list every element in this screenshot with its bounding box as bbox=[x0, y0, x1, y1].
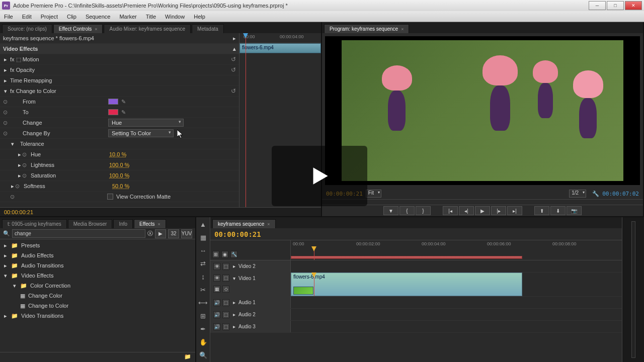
resolution-dropdown[interactable]: 1/2 bbox=[569, 190, 586, 198]
view-matte-checkbox[interactable] bbox=[107, 194, 113, 200]
speaker-icon[interactable]: 🔊 bbox=[213, 311, 220, 318]
from-swatch[interactable] bbox=[108, 99, 118, 105]
effect-time-remapping[interactable]: ▸ Time Remapping bbox=[0, 75, 239, 86]
folder-audio-transitions[interactable]: ▸📁Audio Transitions bbox=[0, 260, 195, 270]
menu-help[interactable]: Help bbox=[194, 14, 205, 20]
tab-timeline-sequence[interactable]: keyframes sequence× bbox=[212, 219, 276, 228]
zoom-tool[interactable]: 🔍 bbox=[198, 350, 208, 360]
mark-in-button[interactable]: ▼ bbox=[383, 206, 398, 215]
razor-tool[interactable]: ✂ bbox=[198, 285, 208, 295]
marker-icon[interactable]: ◉ bbox=[221, 251, 228, 258]
eyedropper-icon[interactable]: ✎ bbox=[121, 109, 126, 116]
timeline-ruler[interactable]: 00:00 00:00:02:00 00:00:04:00 00:00:06:0… bbox=[291, 240, 622, 260]
menu-marker[interactable]: Marker bbox=[119, 14, 136, 20]
menu-window[interactable]: Window bbox=[165, 14, 185, 20]
folder-video-effects[interactable]: ▾📁Video Effects bbox=[0, 270, 195, 281]
slide-tool[interactable]: ⊞ bbox=[198, 311, 208, 321]
lift-button[interactable]: ⬆ bbox=[534, 206, 549, 215]
folder-color-correction[interactable]: ▾📁Color Correction bbox=[0, 281, 195, 291]
effects-search-input[interactable] bbox=[12, 229, 145, 238]
video-play-overlay[interactable] bbox=[272, 146, 367, 206]
to-swatch[interactable] bbox=[108, 109, 118, 115]
close-icon[interactable]: × bbox=[95, 27, 97, 32]
settings-icon[interactable]: 🔧 bbox=[230, 251, 237, 258]
timeline-clip[interactable]: flowers-6.mp4 bbox=[291, 273, 522, 296]
eye-icon[interactable]: 👁 bbox=[213, 263, 220, 270]
folder-video-transitions[interactable]: ▸📁Video Transitions bbox=[0, 311, 195, 321]
reset-icon[interactable]: ↺ bbox=[231, 66, 236, 73]
tab-audio-mixer[interactable]: Audio Mixer: keyframes sequence bbox=[104, 24, 191, 33]
effect-change-to-color[interactable]: ▾ fx Change to Color↺ bbox=[0, 86, 239, 97]
tab-media-browser[interactable]: Media Browser bbox=[68, 219, 113, 228]
go-to-out-button[interactable]: ▸| bbox=[507, 206, 522, 215]
menu-edit[interactable]: Edit bbox=[22, 14, 32, 20]
tab-effect-controls[interactable]: Effect Controls× bbox=[53, 24, 103, 33]
effect-opacity[interactable]: ▸ fx Opacity↺ bbox=[0, 65, 239, 75]
pen-tool[interactable]: ✒ bbox=[198, 324, 208, 334]
tab-info[interactable]: Info bbox=[113, 219, 133, 228]
tab-metadata[interactable]: Metadata bbox=[192, 24, 224, 33]
rolling-edit-tool[interactable]: ⇄ bbox=[198, 258, 208, 268]
work-area-bar[interactable] bbox=[291, 256, 522, 259]
fx-badge-2[interactable]: 32 bbox=[168, 229, 179, 238]
menu-sequence[interactable]: Sequence bbox=[86, 14, 111, 20]
export-frame-button[interactable]: 📷 bbox=[567, 206, 582, 215]
param-tolerance[interactable]: ▾Tolerance bbox=[0, 139, 239, 149]
saturation-value[interactable]: 100.0 % bbox=[109, 172, 129, 178]
step-fwd-button[interactable]: |▸ bbox=[491, 206, 506, 215]
folder-presets[interactable]: ▸📁Presets bbox=[0, 240, 195, 250]
minimize-button[interactable]: ─ bbox=[589, 1, 606, 10]
mark-out-button[interactable]: { bbox=[399, 206, 415, 215]
hue-value[interactable]: 10.0 % bbox=[109, 151, 126, 157]
change-dropdown[interactable]: Hue bbox=[108, 119, 184, 127]
slip-tool[interactable]: ⟷ bbox=[198, 298, 208, 308]
timeline-playhead[interactable] bbox=[314, 246, 314, 260]
speaker-icon[interactable]: 🔊 bbox=[213, 323, 220, 330]
close-button[interactable]: ✕ bbox=[625, 1, 642, 10]
play-button[interactable]: ▶ bbox=[475, 206, 490, 215]
fit-dropdown[interactable]: Fit bbox=[366, 190, 381, 198]
selection-tool[interactable]: ▲ bbox=[198, 219, 208, 229]
ec-playhead[interactable] bbox=[246, 33, 246, 207]
softness-value[interactable]: 50.0 % bbox=[112, 183, 129, 189]
program-preview[interactable] bbox=[325, 36, 640, 185]
lightness-value[interactable]: 100.0 % bbox=[109, 162, 129, 168]
reset-icon[interactable]: ↺ bbox=[231, 87, 236, 95]
folder-audio-effects[interactable]: ▸📁Audio Effects bbox=[0, 250, 195, 260]
hand-tool[interactable]: ✋ bbox=[198, 337, 208, 347]
maximize-button[interactable]: □ bbox=[607, 1, 624, 10]
timeline-timecode[interactable]: 00:00:00:21 bbox=[214, 230, 261, 238]
ec-timecode[interactable]: 00:00:00:21 bbox=[4, 209, 33, 215]
step-back-button[interactable]: ◂| bbox=[459, 206, 474, 215]
menu-title[interactable]: Title bbox=[146, 14, 156, 20]
snap-icon[interactable]: ⊞ bbox=[212, 251, 219, 258]
settings-icon[interactable]: 🔧 bbox=[592, 191, 599, 197]
effect-change-color[interactable]: ▦Change Color bbox=[0, 291, 195, 301]
eye-icon[interactable]: 👁 bbox=[213, 275, 220, 282]
eyedropper-icon[interactable]: ✎ bbox=[121, 99, 126, 105]
effect-change-to-color[interactable]: ▦Change to Color bbox=[0, 301, 195, 311]
speaker-icon[interactable]: 🔊 bbox=[213, 299, 220, 306]
program-ruler[interactable] bbox=[322, 199, 643, 205]
extract-button[interactable]: ⬇ bbox=[550, 206, 566, 215]
ripple-edit-tool[interactable]: ↔ bbox=[198, 245, 208, 255]
close-icon[interactable]: × bbox=[158, 222, 160, 227]
close-icon[interactable]: × bbox=[267, 222, 270, 227]
fx-badge-1[interactable]: ▶ bbox=[155, 229, 166, 238]
reset-icon[interactable]: ↺ bbox=[231, 56, 236, 63]
menu-file[interactable]: File bbox=[4, 14, 13, 20]
new-bin-icon[interactable]: 📁 bbox=[184, 353, 191, 361]
tab-source[interactable]: Source: (no clips) bbox=[2, 24, 52, 33]
menu-clip[interactable]: Clip bbox=[67, 14, 76, 20]
close-icon[interactable]: × bbox=[401, 27, 404, 32]
clear-search-icon[interactable]: ⓧ bbox=[147, 230, 153, 237]
effect-motion[interactable]: ▸ fx ⬚ Motion↺ bbox=[0, 54, 239, 65]
ec-timeline-ruler[interactable]: 00:00 00:00:04:00 bbox=[239, 33, 321, 43]
change-by-dropdown[interactable]: Setting To Color bbox=[108, 129, 174, 137]
track-select-tool[interactable]: ▦ bbox=[198, 232, 208, 242]
rate-stretch-tool[interactable]: ↨ bbox=[198, 272, 208, 282]
ec-clip-bar[interactable]: flowers-6.mp4 bbox=[239, 43, 321, 53]
go-to-in-button[interactable]: |◂ bbox=[443, 206, 458, 215]
tab-program[interactable]: Program: keyframes sequence× bbox=[324, 24, 409, 33]
fx-badge-3[interactable]: YUV bbox=[181, 229, 192, 238]
